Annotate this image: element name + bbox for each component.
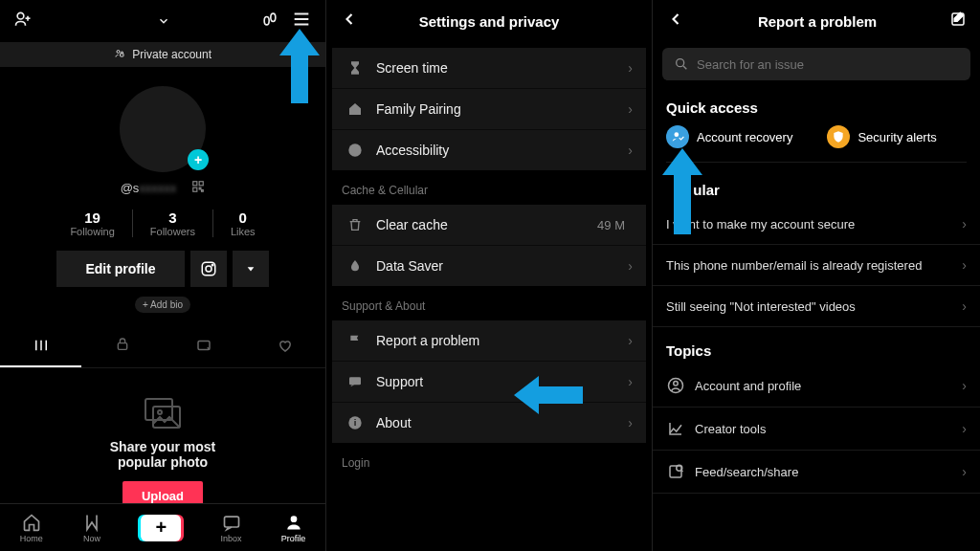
nav-inbox[interactable]: Inbox <box>221 513 242 543</box>
instagram-button[interactable] <box>190 251 227 287</box>
chevron-right-icon: › <box>628 60 633 76</box>
chevron-right-icon: › <box>962 298 967 314</box>
popular-title: Popular <box>653 166 980 204</box>
back-icon[interactable] <box>666 10 685 33</box>
svg-point-0 <box>17 12 24 19</box>
svg-rect-10 <box>193 182 197 186</box>
section-cache: Cache & Cellular <box>326 170 652 205</box>
nav-profile[interactable]: Profile <box>281 513 306 543</box>
compose-icon[interactable] <box>949 11 967 32</box>
item-report-problem[interactable]: Report a problem › <box>332 320 646 362</box>
report-header: Report a problem <box>653 0 980 42</box>
quick-access-title: Quick access <box>653 86 980 125</box>
footprint-icon[interactable] <box>260 10 279 33</box>
svg-rect-13 <box>200 187 202 189</box>
caret-down-button[interactable] <box>233 251 269 287</box>
svg-point-39 <box>674 382 679 386</box>
qr-icon[interactable] <box>191 180 205 196</box>
empty-state: Share your most popular photo Upload <box>0 397 325 511</box>
popular-item-0[interactable]: I want to make my account secure› <box>653 204 980 245</box>
hamburger-menu-icon[interactable] <box>291 9 312 33</box>
item-clear-cache[interactable]: Clear cache 49 M <box>332 205 646 246</box>
accessibility-icon <box>345 143 365 158</box>
item-support[interactable]: Support › <box>332 362 646 403</box>
drop-icon <box>345 258 365 274</box>
chevron-right-icon: › <box>962 421 967 436</box>
stat-followers[interactable]: 3Followers <box>133 209 213 237</box>
profile-name-dropdown[interactable] <box>33 13 260 29</box>
back-icon[interactable] <box>340 10 359 33</box>
home-icon <box>345 101 365 117</box>
avatar-add-icon[interactable]: + <box>188 149 209 170</box>
profile-tabs <box>0 329 325 368</box>
settings-header: Settings and privacy <box>326 0 652 42</box>
topic-item-1[interactable]: Creator tools› <box>653 408 980 451</box>
chevron-right-icon: › <box>962 464 967 479</box>
tab-private[interactable] <box>81 329 163 367</box>
item-family-pairing[interactable]: Family Pairing › <box>332 89 646 130</box>
settings-panel: Settings and privacy Screen time › Famil… <box>326 0 653 551</box>
private-label: Private account <box>132 48 212 61</box>
item-accessibility[interactable]: Accessibility › <box>332 130 646 170</box>
tab-repost[interactable] <box>163 329 244 367</box>
popular-item-2[interactable]: Still seeing "Not interested" videos› <box>653 286 980 327</box>
settings-title: Settings and privacy <box>359 13 619 30</box>
tab-grid[interactable] <box>0 329 81 367</box>
chevron-right-icon: › <box>628 415 633 430</box>
quick-access-row: Account recovery Security alerts <box>653 125 980 158</box>
nav-home[interactable]: Home <box>20 513 43 543</box>
topics-title: Topics <box>653 327 980 364</box>
chevron-right-icon: › <box>628 258 633 274</box>
profile-panel: Private account + @sxxxxxx 19Following 3… <box>0 0 326 551</box>
stats-row: 19Following 3Followers 0Likes <box>0 209 325 237</box>
nav-now[interactable]: Now <box>82 513 101 543</box>
popular-item-1[interactable]: This phone number/email is already regis… <box>653 245 980 286</box>
settings-group-cache: Clear cache 49 M Data Saver › <box>332 205 646 286</box>
bottom-nav: Home Now + Inbox Profile <box>0 503 325 551</box>
svg-rect-9 <box>120 54 123 56</box>
tab-liked[interactable] <box>244 329 325 367</box>
hourglass-icon <box>345 60 365 76</box>
empty-line1: Share your most <box>0 439 325 454</box>
svg-line-37 <box>683 66 686 69</box>
search-box[interactable] <box>662 48 970 80</box>
shield-icon <box>827 125 850 148</box>
edit-profile-button[interactable]: Edit profile <box>56 251 184 287</box>
qa-security-alerts[interactable]: Security alerts <box>827 125 936 148</box>
svg-rect-22 <box>118 343 126 350</box>
add-bio-chip[interactable]: + Add bio <box>135 297 190 313</box>
profile-buttons: Edit profile <box>0 251 325 287</box>
item-about[interactable]: i About › <box>332 403 646 443</box>
stat-likes[interactable]: 0Likes <box>213 209 273 237</box>
chevron-right-icon: › <box>628 143 633 158</box>
account-recovery-icon <box>666 125 689 148</box>
svg-marker-18 <box>247 267 254 271</box>
search-input[interactable] <box>697 57 959 72</box>
svg-point-36 <box>677 59 684 67</box>
svg-rect-27 <box>224 517 238 527</box>
topic-item-0[interactable]: Account and profile› <box>653 364 980 408</box>
item-screen-time[interactable]: Screen time › <box>332 48 646 89</box>
add-user-icon[interactable] <box>13 10 33 33</box>
item-data-saver[interactable]: Data Saver › <box>332 246 646 286</box>
stat-following[interactable]: 19Following <box>53 209 132 237</box>
qa-account-recovery[interactable]: Account recovery <box>666 125 792 148</box>
settings-group-general: Screen time › Family Pairing › Accessibi… <box>332 48 646 170</box>
profile-icon <box>666 377 685 394</box>
report-panel: Report a problem Quick access Account re… <box>653 0 980 551</box>
svg-point-17 <box>212 264 213 266</box>
feed-icon <box>666 463 685 480</box>
svg-rect-14 <box>202 190 204 192</box>
qa-label: Security alerts <box>858 130 936 144</box>
info-icon: i <box>345 415 365 430</box>
svg-point-8 <box>117 51 120 54</box>
empty-line2: popular photo <box>0 454 325 470</box>
avatar-wrap: + <box>0 86 325 172</box>
nav-create-button[interactable]: + <box>141 515 181 541</box>
chevron-right-icon: › <box>628 374 633 389</box>
svg-text:i: i <box>354 418 357 428</box>
chat-icon <box>345 374 365 389</box>
cache-size: 49 M <box>597 218 625 232</box>
topic-item-2[interactable]: Feed/search/share› <box>653 451 980 494</box>
username-row: @sxxxxxx <box>0 180 325 196</box>
